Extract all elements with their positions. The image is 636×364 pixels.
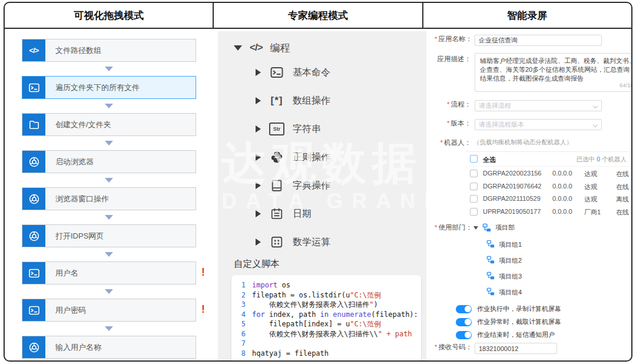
tree-node-python[interactable]: 正则操作 xyxy=(218,143,426,171)
flow-block-card[interactable]: 输入用户名称 xyxy=(22,336,196,359)
tree-node-array[interactable]: [*]数组操作 xyxy=(218,87,426,115)
code-editor[interactable]: 1import os2filepath = os.listdir(u"C:\范例… xyxy=(231,275,421,362)
robot-row: DGRPA20211105290.0.0.0达观离线 xyxy=(466,192,629,205)
robot-vendor: 达观 xyxy=(584,183,597,191)
browser-icon xyxy=(28,342,40,353)
caret-right-icon[interactable] xyxy=(256,97,261,104)
flow-block-label: 用户名 xyxy=(45,262,196,284)
version-select[interactable]: 请选择流程版本 xyxy=(475,119,602,130)
required-mark: * xyxy=(447,120,449,127)
toggle-switch[interactable] xyxy=(456,318,472,326)
code-token: index, path xyxy=(265,310,320,319)
flow-block[interactable]: 用户名! xyxy=(22,262,196,284)
caret-right-icon[interactable] xyxy=(256,125,261,133)
flow-block[interactable]: 用户密码! xyxy=(22,299,196,322)
robot-ip: 0.0.0.0 xyxy=(552,170,572,177)
line-number: 5 xyxy=(233,319,246,329)
tree-node-calendar[interactable]: 日期 xyxy=(218,200,426,228)
code-token: enumerate xyxy=(333,310,371,319)
tree-node-programming[interactable]: </> 编程 xyxy=(218,31,426,58)
required-mark: * xyxy=(435,224,437,231)
flow-block-card[interactable]: 创建文件/文件夹 xyxy=(22,113,196,136)
process-select[interactable]: 请选择流程 xyxy=(475,100,602,111)
chevron-down-icon xyxy=(593,123,598,127)
down-arrow-icon xyxy=(105,289,113,294)
robot-row: DGRPA20190766420.0.0.0达观在线 xyxy=(466,180,629,193)
flow-block[interactable]: 输入用户名称 xyxy=(22,336,196,359)
department-child[interactable]: 项目组4 xyxy=(486,287,522,297)
flow-block-card[interactable]: </>文件路径数组 xyxy=(22,39,196,62)
flow-block-card[interactable]: 用户名 xyxy=(22,262,196,284)
department-icon xyxy=(486,240,495,249)
robot-checkbox[interactable] xyxy=(470,170,478,177)
caret-right-icon[interactable] xyxy=(256,154,261,161)
flow-block[interactable]: 遍历文件夹下的所有文件 xyxy=(22,76,196,99)
flow-block[interactable]: </>文件路径数组 xyxy=(22,39,196,62)
department-root[interactable]: 项目部 xyxy=(473,223,515,232)
tree-node-label: 数学运算 xyxy=(293,236,330,249)
command-tree: 基本命令[*]数组操作Str字符串正则操作字典操作日期数学运算 xyxy=(218,58,426,256)
robot-checkbox[interactable] xyxy=(470,208,478,216)
caret-down-icon[interactable] xyxy=(234,45,242,51)
flow-block-card[interactable]: 遍历文件夹下的所有文件 xyxy=(22,76,196,99)
tree-node-book[interactable]: 字典操作 xyxy=(218,171,426,200)
flow-block-card[interactable]: 用户密码 xyxy=(22,299,196,322)
robot-checkbox[interactable] xyxy=(470,183,478,190)
robot-note: （负载均衡机制将动态分配机器人） xyxy=(473,138,572,147)
code-token: "C:\范例 xyxy=(350,320,381,328)
tree-node-math[interactable]: 数学运算 xyxy=(218,228,426,256)
flow-block-card[interactable]: 启动浏览器 xyxy=(22,150,196,173)
caret-right-icon[interactable] xyxy=(256,182,261,189)
flow-block-label: 用户密码 xyxy=(45,299,196,321)
tree-node-str[interactable]: Str字符串 xyxy=(218,115,426,143)
code-text xyxy=(252,339,256,349)
required-mark: * xyxy=(440,139,443,146)
robot-list: DGRPA20200231560.0.0.0达观在线DGRPA201907664… xyxy=(466,167,629,217)
caret-right-icon[interactable] xyxy=(256,69,261,76)
tree-node-label: 基本命令 xyxy=(293,67,330,79)
browser-icon-box xyxy=(22,188,45,210)
flow-block[interactable]: 创建文件/文件夹 xyxy=(22,113,196,136)
code-token: " xyxy=(369,300,373,309)
code-icon-box: </> xyxy=(22,39,45,61)
toggle-switch[interactable] xyxy=(456,331,472,339)
caret-down-icon[interactable] xyxy=(473,226,478,230)
app-name-input[interactable] xyxy=(475,35,602,46)
flow-block-label: 输入用户名称 xyxy=(45,336,196,358)
flow-block[interactable]: 打开IDPS网页 xyxy=(22,224,196,247)
department-root-label: 项目部 xyxy=(495,223,515,232)
version-row: *版本： 请选择流程版本 xyxy=(435,119,629,130)
robot-checkbox[interactable] xyxy=(470,195,478,203)
app-desc-label: 应用描述： xyxy=(435,55,471,64)
department-icon xyxy=(486,256,495,265)
line-number: 7 xyxy=(233,339,246,349)
flow-block-label: 创建文件/文件夹 xyxy=(45,114,196,135)
flow-block[interactable]: 启动浏览器 xyxy=(22,150,196,173)
toggle-switch[interactable] xyxy=(456,305,472,313)
department-child[interactable]: 项目组3 xyxy=(486,272,522,281)
flow-block-card[interactable]: 打开IDPS网页 xyxy=(22,224,196,247)
process-row: *流程： 请选择流程 xyxy=(435,100,629,111)
robot-vendor: 达观 xyxy=(584,195,597,204)
department-child[interactable]: 项目组2 xyxy=(486,256,522,265)
tree-node-terminal[interactable]: 基本命令 xyxy=(218,58,426,87)
select-all-checkbox[interactable] xyxy=(470,155,478,163)
receiver-label: *接收号码： xyxy=(435,343,471,352)
header-smart-recording: 智能录屏 xyxy=(422,3,631,28)
folder-icon xyxy=(28,119,40,131)
receiver-input[interactable] xyxy=(475,343,557,354)
department-child[interactable]: 项目组1 xyxy=(486,240,522,249)
down-arrow-icon xyxy=(105,326,113,331)
flow-block[interactable]: 浏览器窗口操作 xyxy=(22,187,196,210)
flow-block-label: 文件路径数组 xyxy=(45,39,196,61)
tree-node-label: 数组操作 xyxy=(293,95,330,107)
flow-connector xyxy=(22,210,196,224)
app-desc-textarea[interactable]: 辅助客户经理完成登录法院、工商、税务、裁判文书、企查查、海关等20多个征信相关系… xyxy=(475,53,632,92)
flow-connector xyxy=(22,284,196,299)
down-arrow-icon xyxy=(105,67,113,71)
chevron-down-icon xyxy=(593,104,598,108)
caret-right-icon[interactable] xyxy=(256,239,261,246)
caret-right-icon[interactable] xyxy=(256,210,261,217)
code-text: 依赖文件\财务报表录入\扫描件\\" + path xyxy=(252,329,412,339)
flow-block-card[interactable]: 浏览器窗口操作 xyxy=(22,187,196,210)
